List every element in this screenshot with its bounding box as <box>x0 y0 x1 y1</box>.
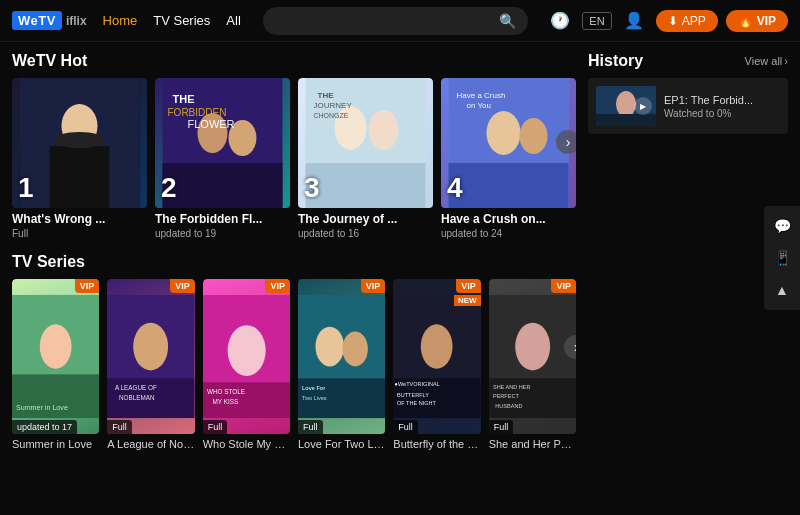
tv-thumb-5: ●WeTVORIGINAL BUTTERFLY OF THE NIGHT VIP… <box>393 279 480 434</box>
hot-title-3: The Journey of ... <box>298 212 433 226</box>
hot-card-4[interactable]: Have a Crush on You 4 Have a Crush on...… <box>441 78 576 239</box>
hot-card-2[interactable]: THE FORBIDDEN FLOWER 2 The Forbidden Fl.… <box>155 78 290 239</box>
vip-badge-5: VIP <box>456 279 481 293</box>
svg-text:Have a Crush: Have a Crush <box>457 91 506 100</box>
scroll-top-button[interactable]: ▲ <box>768 276 796 304</box>
tv-card-5[interactable]: ●WeTVORIGINAL BUTTERFLY OF THE NIGHT VIP… <box>393 279 480 450</box>
hot-thumb-3: THE JOURNEY CHONGZE 3 <box>298 78 433 208</box>
wetv-logo: WeTV <box>12 11 62 30</box>
history-header: History View all › <box>588 52 788 70</box>
hot-sub-2: updated to 19 <box>155 228 290 239</box>
svg-rect-3 <box>50 146 110 208</box>
svg-text:THE: THE <box>318 91 335 100</box>
tv-card-3[interactable]: WHO STOLE MY KISS VIP Full Who Stole My … <box>203 279 290 450</box>
tv-card-1[interactable]: Summer in Love VIP updated to 17 Summer … <box>12 279 99 450</box>
logo[interactable]: WeTV iflix <box>12 11 87 30</box>
tv-card-title-1: Summer in Love <box>12 438 99 450</box>
navbar: WeTV iflix Home TV Series All 🔍 🕐 EN 👤 ⬇… <box>0 0 800 42</box>
svg-text:NOBLEMAN: NOBLEMAN <box>119 394 155 401</box>
history-icon[interactable]: 🕐 <box>546 7 574 35</box>
update-badge-5: Full <box>393 420 418 434</box>
tv-series-title: TV Series <box>12 253 576 271</box>
svg-text:Love For: Love For <box>302 385 326 391</box>
tv-thumb-3: WHO STOLE MY KISS VIP Full <box>203 279 290 434</box>
tv-card-4[interactable]: Love For Two Lives VIP Full Love For Two… <box>298 279 385 450</box>
vip-badge-6: VIP <box>551 279 576 293</box>
svg-text:OF THE NIGHT: OF THE NIGHT <box>397 400 437 406</box>
search-icon[interactable]: 🔍 <box>499 13 516 29</box>
tv-card-6[interactable]: SHE AND HER PERFECT HUSBAND VIP Full She… <box>489 279 576 450</box>
svg-rect-23 <box>449 163 569 208</box>
nav-all[interactable]: All <box>222 13 244 28</box>
vip-icon: 🔥 <box>738 14 753 28</box>
search-bar[interactable]: 🔍 <box>263 7 529 35</box>
svg-rect-64 <box>596 114 656 126</box>
wetv-hot-title: WeTV Hot <box>12 52 576 70</box>
svg-text:A LEAGUE OF: A LEAGUE OF <box>115 384 157 391</box>
svg-point-45 <box>342 331 367 366</box>
history-card[interactable]: ▶ EP1: The Forbid... Watched to 0% <box>588 78 788 134</box>
hot-next-button[interactable]: › <box>556 130 576 154</box>
nav-tv-series[interactable]: TV Series <box>149 13 214 28</box>
hot-grid: 1 What's Wrong ... Full <box>12 78 576 239</box>
tv-card-title-4: Love For Two Lives <box>298 438 385 450</box>
app-button[interactable]: ⬇ APP <box>656 10 718 32</box>
hot-title-1: What's Wrong ... <box>12 212 147 226</box>
tv-card-2[interactable]: A LEAGUE OF NOBLEMAN VIP Full A League o… <box>107 279 194 450</box>
nav-home[interactable]: Home <box>99 13 142 28</box>
svg-point-50 <box>421 324 453 368</box>
search-input[interactable] <box>275 14 500 28</box>
tv-thumb-1: Summer in Love VIP updated to 17 <box>12 279 99 434</box>
hot-sub-1: Full <box>12 228 147 239</box>
hot-card-1[interactable]: 1 What's Wrong ... Full <box>12 78 147 239</box>
nav-icons: 🕐 EN 👤 ⬇ APP 🔥 VIP <box>546 7 788 35</box>
svg-text:FORBIDDEN: FORBIDDEN <box>168 107 227 118</box>
tv-card-title-3: Who Stole My Kiss <box>203 438 290 450</box>
hot-grid-wrapper: 1 What's Wrong ... Full <box>12 78 576 239</box>
svg-point-63 <box>616 91 636 117</box>
svg-point-57 <box>515 323 550 371</box>
svg-rect-8 <box>163 163 283 208</box>
play-icon: ▶ <box>634 97 652 115</box>
hot-thumb-2: THE FORBIDDEN FLOWER 2 <box>155 78 290 208</box>
history-progress: Watched to 0% <box>664 108 780 119</box>
float-sidebar: 💬 📱 ▲ <box>764 206 800 310</box>
update-badge-2: Full <box>107 420 132 434</box>
tv-card-title-5: Butterfly of the Night <box>393 438 480 450</box>
svg-text:JOURNEY: JOURNEY <box>314 101 353 110</box>
download-icon: ⬇ <box>668 14 678 28</box>
view-all-button[interactable]: View all › <box>745 55 788 67</box>
svg-point-21 <box>487 111 521 155</box>
tv-thumb-4: Love For Two Lives VIP Full <box>298 279 385 434</box>
chevron-right-icon: › <box>784 55 788 67</box>
history-episode: EP1: The Forbid... <box>664 94 780 106</box>
history-thumb: ▶ <box>596 86 656 126</box>
iflix-logo: iflix <box>66 14 87 28</box>
vip-button[interactable]: 🔥 VIP <box>726 10 788 32</box>
update-badge-4: Full <box>298 420 323 434</box>
hot-num-2: 2 <box>161 174 177 202</box>
svg-point-4 <box>55 132 105 148</box>
hot-title-4: Have a Crush on... <box>441 212 576 226</box>
hot-sub-3: updated to 16 <box>298 228 433 239</box>
svg-text:Summer in Love: Summer in Love <box>16 404 68 412</box>
tv-thumb-2: A LEAGUE OF NOBLEMAN VIP Full <box>107 279 194 434</box>
svg-text:HUSBAND: HUSBAND <box>495 403 522 409</box>
language-button[interactable]: EN <box>582 12 611 30</box>
svg-point-38 <box>227 325 265 376</box>
update-badge-3: Full <box>203 420 228 434</box>
vip-badge-2: VIP <box>170 279 195 293</box>
svg-text:SHE AND HER: SHE AND HER <box>493 384 531 390</box>
svg-rect-15 <box>306 163 426 208</box>
tv-card-title-6: She and Her Perfect Husband <box>489 438 576 450</box>
history-title: History <box>588 52 643 70</box>
hot-sub-4: updated to 24 <box>441 228 576 239</box>
hot-card-3[interactable]: THE JOURNEY CHONGZE 3 The Journey of ...… <box>298 78 433 239</box>
svg-point-28 <box>40 324 72 368</box>
svg-text:MY KISS: MY KISS <box>212 398 238 405</box>
profile-icon[interactable]: 👤 <box>620 7 648 35</box>
chat-button[interactable]: 💬 <box>768 212 796 240</box>
new-badge-5: NEW <box>454 295 481 306</box>
vip-badge-3: VIP <box>265 279 290 293</box>
phone-button[interactable]: 📱 <box>768 244 796 272</box>
